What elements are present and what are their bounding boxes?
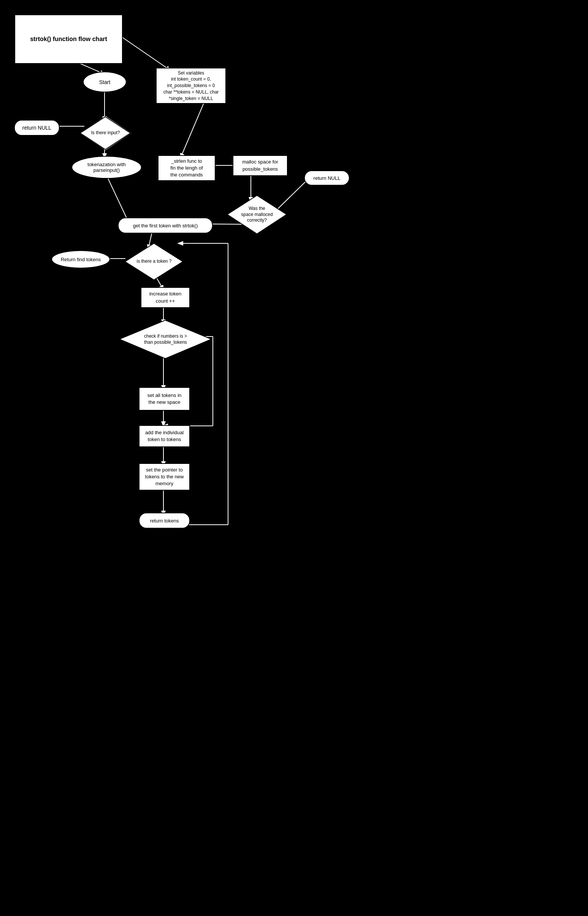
get-first-token-text: get the first token with strtok()	[133, 223, 198, 228]
return-null-right-text: return NULL	[313, 175, 341, 181]
is-there-input-diamond: Is there input?	[80, 116, 131, 150]
set-all-tokens-box: set all tokens in the new space	[139, 387, 190, 411]
is-there-input-text: Is there input?	[83, 126, 127, 140]
start-label: Start	[99, 79, 111, 85]
return-find-tokens-text: Return find tokens	[61, 257, 101, 262]
increase-token-count-text: increase token count ++	[149, 291, 182, 304]
tokenazation-oval: tokenazation with parseinput()	[71, 156, 142, 179]
malloc-space-text: malloc space for possible_tokens	[242, 159, 278, 172]
increase-token-count-box: increase token count ++	[141, 287, 190, 308]
check-if-numbers-diamond: check if numbers is > than possible_toke…	[119, 319, 212, 359]
strlen-func-text: _strlen func to fin the lengh of the com…	[170, 158, 203, 179]
flowchart: strtok() function flow chart Start Set v…	[0, 0, 588, 916]
set-pointer-text: set the pointer to tokens to the new mem…	[145, 466, 184, 487]
was-space-malloced-text: Was the space malloced correctly?	[233, 202, 280, 227]
set-variables-text: Set variables int token_count = 0, int_p…	[163, 70, 219, 102]
set-variables-box: Set variables int token_count = 0, int_p…	[156, 68, 226, 104]
set-all-tokens-text: set all tokens in the new space	[147, 392, 182, 406]
return-null-left: return NULL	[14, 120, 60, 136]
add-individual-token-box: add the individual token to tokens	[139, 425, 190, 447]
was-space-malloced-diamond: Was the space malloced correctly?	[226, 195, 288, 235]
add-individual-token-text: add the individual token to tokens	[145, 429, 184, 443]
is-there-a-token-diamond: is there a token ?	[125, 243, 184, 281]
title-box: strtok() function flow chart	[15, 15, 123, 64]
strlen-func-box: _strlen func to fin the lengh of the com…	[158, 155, 215, 181]
svg-line-1	[118, 34, 170, 70]
set-pointer-box: set the pointer to tokens to the new mem…	[139, 463, 190, 490]
title-text: strtok() function flow chart	[30, 35, 107, 44]
return-find-tokens-oval: Return find tokens	[51, 250, 110, 269]
start-oval: Start	[83, 71, 126, 92]
is-there-a-token-text: is there a token ?	[129, 255, 179, 269]
return-tokens-oval: return tokens	[139, 513, 190, 529]
malloc-space-box: malloc space for possible_tokens	[233, 155, 288, 176]
tokenazation-text: tokenazation with parseinput()	[87, 162, 126, 173]
get-first-token-box: get the first token with strtok()	[118, 217, 213, 233]
return-tokens-text: return tokens	[150, 518, 179, 524]
return-null-left-text: return NULL	[23, 125, 51, 131]
check-if-numbers-text: check if numbers is > than possible_toke…	[136, 330, 195, 349]
return-null-right: return NULL	[304, 170, 350, 186]
svg-line-10	[105, 171, 129, 223]
